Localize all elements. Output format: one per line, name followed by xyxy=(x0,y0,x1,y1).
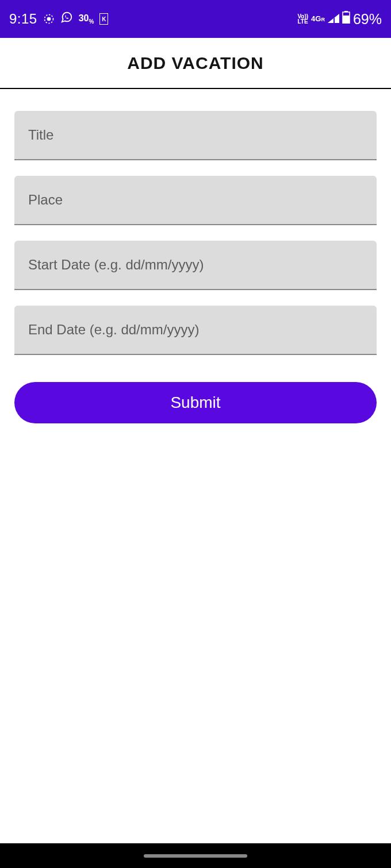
start-date-field[interactable] xyxy=(14,241,377,290)
signal-icon xyxy=(328,11,339,26)
place-field[interactable] xyxy=(14,176,377,225)
status-right: Vo)) LTE 4GR 69% xyxy=(297,11,382,28)
status-left: 9:15 30% K xyxy=(9,11,108,27)
vacation-form: Submit xyxy=(0,89,391,423)
whatsapp-icon xyxy=(60,11,73,27)
title-field[interactable] xyxy=(14,111,377,160)
app-header: ADD VACATION xyxy=(0,38,391,89)
end-date-field[interactable] xyxy=(14,306,377,355)
fourg-icon: 4GR xyxy=(311,16,325,22)
page-title: ADD VACATION xyxy=(127,53,264,73)
home-indicator[interactable] xyxy=(144,854,247,858)
svg-point-1 xyxy=(47,17,51,21)
status-bar: 9:15 30% K Vo)) LTE 4GR xyxy=(0,0,391,38)
system-nav-bar xyxy=(0,843,391,868)
svg-rect-4 xyxy=(343,16,350,24)
battery-percent: 69% xyxy=(353,11,382,28)
target-icon xyxy=(43,13,55,25)
submit-button[interactable]: Submit xyxy=(14,382,377,423)
volte-icon: Vo)) LTE xyxy=(297,14,308,24)
notification-percent: 30% xyxy=(79,13,94,25)
power-save-icon: K xyxy=(99,13,108,25)
battery-icon xyxy=(342,11,350,27)
status-time: 9:15 xyxy=(9,11,37,27)
